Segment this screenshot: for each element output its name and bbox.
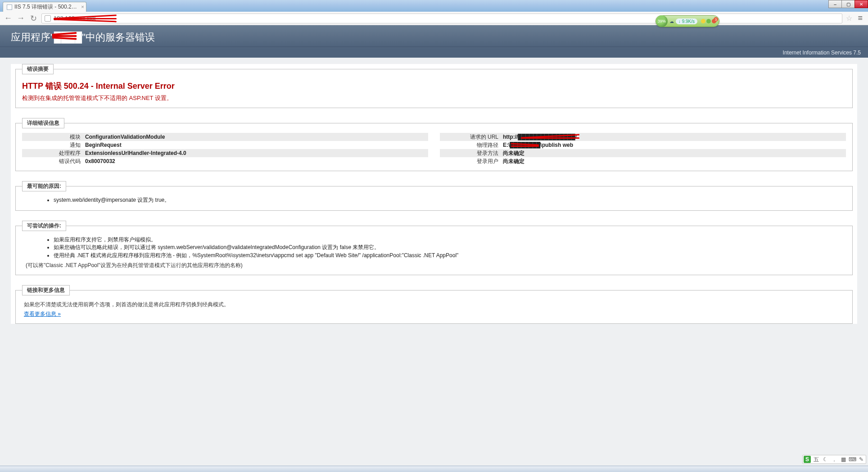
error-details-legend: 详细错误信息 [22,118,64,128]
ime-tray[interactable]: S 五 ☾ ， ▦ ⌨ ✎ [802,455,866,464]
nav-reload-icon[interactable]: ↻ [29,14,38,23]
browser-menu-icon[interactable]: ≡ [856,14,864,23]
more-info-link[interactable]: 查看更多信息 » [24,311,61,317]
causes-list: system.web/identity@impersonate 设置为 true… [22,197,846,204]
actions-box: 可尝试的操作: 如果应用程序支持它，则禁用客户端模拟。如果您确信可以忽略此错误，… [15,221,853,276]
details-value: 0x80070032 [85,158,428,164]
iis-error-header: 应用程序"████"中的服务器错误 [0,25,868,47]
details-key: 登录用户 [440,158,503,165]
page-title: 应用程序"████"中的服务器错误 [11,31,155,44]
details-table-right: 请求的 URLhttp://███████████████/物理路径E:\███… [440,133,846,165]
iis-subheader: Internet Information Services 7.5 [0,47,868,58]
browser-tabstrip: IIS 7.5 详细错误 - 500.2… × [0,0,868,12]
window-close-button[interactable]: ✕ [854,0,868,8]
ime-moon-icon[interactable]: ☾ [822,456,829,463]
details-row: 登录方法尚未确定 [440,149,846,157]
details-row: 模块ConfigurationValidationModule [22,133,428,141]
browser-tab[interactable]: IIS 7.5 详细错误 - 500.2… × [3,2,86,12]
page-icon [7,5,12,10]
details-value: 尚未确定 [503,158,846,165]
details-value: http://███████████████/ [503,134,846,140]
window-maximize-button[interactable]: ▢ [841,0,855,8]
more-info-legend: 链接和更多信息 [22,285,70,295]
error-summary-legend: 错误摘要 [22,64,54,74]
details-key: 通知 [22,141,85,149]
details-row: 物理路径E:\████████\publish web [440,141,846,149]
error-details-box: 详细错误信息 模块ConfigurationValidationModule通知… [15,118,853,171]
details-row: 登录用户尚未确定 [440,157,846,165]
details-value: ConfigurationValidationModule [85,134,428,140]
details-key: 模块 [22,133,85,141]
details-key: 物理路径 [440,141,503,149]
details-row: 通知BeginRequest [22,141,428,149]
details-key: 登录方法 [440,150,503,157]
error-summary-box: 错误摘要 HTTP 错误 500.24 - Internal Server Er… [15,64,853,108]
details-value: ExtensionlessUrlHandler-Integrated-4.0 [85,150,428,156]
details-row: 请求的 URLhttp://███████████████/ [440,133,846,141]
actions-note: (可以将"Classic .NET AppPool"设置为在经典托管管道模式下运… [26,262,846,269]
address-bar[interactable]: 192.168.xxx.xxx [41,14,842,23]
actions-legend: 可尝试的操作: [22,221,66,231]
list-item: 如果应用程序支持它，则禁用客户端模拟。 [54,236,846,244]
more-info-box: 链接和更多信息 如果您不清楚或无法使用前两个选项，则首选的做法是将此应用程序切换… [15,285,853,324]
bookmark-star-icon[interactable]: ☆ [846,14,852,23]
details-row: 处理程序ExtensionlessUrlHandler-Integrated-4… [22,149,428,157]
badge-download-speed: ↓ 9.9K/s [676,18,697,24]
ime-tool-icon[interactable]: ✎ [858,456,865,463]
window-controls: – ▢ ✕ [829,0,868,8]
title-redaction [52,35,77,37]
badge-status-dots: 3 [701,19,716,23]
browser-navbar: ← → ↻ 192.168.xxx.xxx ☆ ≡ [0,12,868,25]
actions-list: 如果应用程序支持它，则禁用客户端模拟。如果您确信可以忽略此错误，则可以通过将 s… [22,236,846,259]
details-value: E:\████████\publish web [503,142,846,148]
nav-back-icon[interactable]: ← [4,14,13,23]
details-key: 错误代码 [22,158,85,165]
ime-mode[interactable]: 五 [813,456,820,463]
error-subtitle: 检测到在集成的托管管道模式下不适用的 ASP.NET 设置。 [22,94,846,102]
details-table-left: 模块ConfigurationValidationModule通知BeginRe… [22,133,428,165]
list-item: 如果您确信可以忽略此错误，则可以通过将 system.webServer/val… [54,244,846,251]
likely-causes-box: 最可能的原因: system.web/identity@impersonate … [15,181,853,211]
tab-close-icon[interactable]: × [81,4,84,9]
download-manager-badge[interactable]: 39% ☁ ↓ 9.9K/s 3 [656,15,719,27]
tab-title: IIS 7.5 详细错误 - 500.2… [14,3,77,11]
value-redaction [521,137,579,139]
ime-grid-icon[interactable]: ▦ [840,456,847,463]
details-key: 请求的 URL [440,133,503,141]
list-item: system.web/identity@impersonate 设置为 true… [54,197,846,204]
content-area: 错误摘要 HTTP 错误 500.24 - Internal Server Er… [11,64,857,324]
ime-logo-icon[interactable]: S [804,456,811,463]
ime-keyboard-icon[interactable]: ⌨ [849,456,856,463]
value-redaction [511,145,539,147]
taskbar[interactable] [0,466,868,472]
details-value: BeginRequest [85,142,428,148]
site-info-icon[interactable] [45,15,51,22]
list-item: 使用经典 .NET 模式将此应用程序移到应用程序池 - 例如，%SystemRo… [54,252,846,259]
cloud-icon: ☁ [669,19,674,24]
url-redaction [54,18,117,19]
badge-percent: 39% [656,15,668,27]
nav-forward-icon[interactable]: → [16,14,25,23]
window-minimize-button[interactable]: – [828,0,842,8]
likely-causes-legend: 最可能的原因: [22,181,66,191]
error-title: HTTP 错误 500.24 - Internal Server Error [22,81,846,91]
more-info-text: 如果您不清楚或无法使用前两个选项，则首选的做法是将此应用程序切换到经典模式。 [24,301,846,309]
details-row: 错误代码0x80070032 [22,157,428,165]
details-value: 尚未确定 [503,150,846,157]
details-key: 处理程序 [22,150,85,157]
